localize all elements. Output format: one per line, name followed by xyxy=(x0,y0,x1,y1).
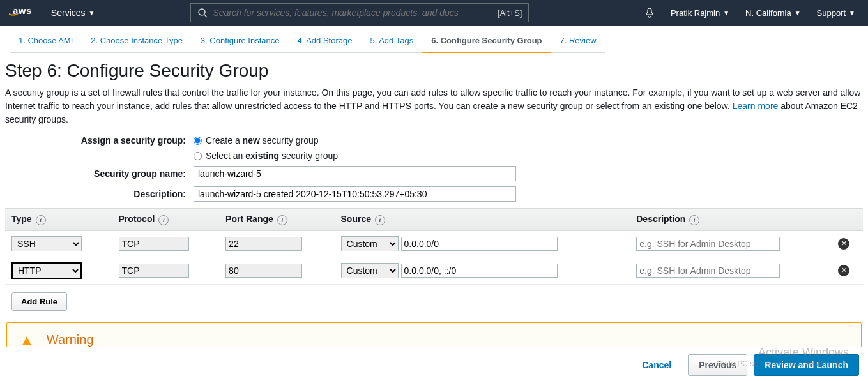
table-row: SSH Custom ✕ xyxy=(5,230,863,257)
review-and-launch-button[interactable]: Review and Launch xyxy=(754,354,859,376)
sg-desc-row: Description: xyxy=(5,186,863,202)
rule-source-mode-select[interactable]: Custom xyxy=(341,236,399,251)
add-rule-button[interactable]: Add Rule xyxy=(11,292,67,311)
region-menu[interactable]: N. California▼ xyxy=(745,8,800,18)
rules-table: Typei Protocoli Port Rangei Sourcei Desc… xyxy=(5,208,863,285)
info-icon[interactable]: i xyxy=(158,215,169,225)
warning-title: Warning xyxy=(47,332,94,347)
remove-rule-button[interactable]: ✕ xyxy=(838,238,849,250)
assign-sg-row: Assign a security group: Create a new se… xyxy=(5,135,863,146)
sg-desc-input[interactable] xyxy=(194,186,516,202)
support-label: Support xyxy=(817,8,846,18)
th-type: Typei xyxy=(5,209,112,231)
step-tab-add-storage[interactable]: 4. Add Storage xyxy=(288,32,361,53)
rule-protocol-input xyxy=(119,264,189,278)
rule-port-input xyxy=(225,264,302,278)
step-tab-instance-type[interactable]: 2. Choose Instance Type xyxy=(82,32,192,53)
chevron-down-icon: ▼ xyxy=(89,10,95,17)
support-menu[interactable]: Support▼ xyxy=(817,8,855,18)
top-nav: aws ⌣ Services ▼ [Alt+S] Pratik Rajmin▼ … xyxy=(0,0,868,26)
rule-type-select[interactable]: SSH xyxy=(11,236,82,251)
sg-desc-label: Description: xyxy=(5,189,194,199)
radio-create-new-input[interactable] xyxy=(194,137,202,145)
search-box[interactable]: [Alt+S] xyxy=(190,3,529,22)
info-icon[interactable]: i xyxy=(277,215,287,225)
topnav-right: Pratik Rajmin▼ N. California▼ Support▼ xyxy=(644,8,855,18)
services-menu[interactable]: Services ▼ xyxy=(51,8,95,18)
step-tab-add-tags[interactable]: 5. Add Tags xyxy=(361,32,422,53)
th-port: Port Rangei xyxy=(219,209,334,231)
sg-name-label: Security group name: xyxy=(5,168,194,179)
search-icon xyxy=(197,8,208,18)
sg-name-input[interactable] xyxy=(194,166,516,181)
info-icon[interactable]: i xyxy=(375,215,385,225)
rule-source-cidr-input[interactable] xyxy=(401,264,558,278)
learn-more-link[interactable]: Learn more xyxy=(733,101,779,111)
notifications-icon[interactable] xyxy=(644,8,655,18)
aws-logo[interactable]: aws ⌣ xyxy=(13,8,32,17)
rule-protocol-input xyxy=(119,237,189,251)
sg-name-row: Security group name: xyxy=(5,166,863,181)
th-protocol: Protocoli xyxy=(112,209,220,231)
info-icon[interactable]: i xyxy=(36,215,46,225)
warning-box: ▲ Warning xyxy=(6,322,862,347)
search-shortcut-hint: [Alt+S] xyxy=(498,8,522,18)
services-label: Services xyxy=(51,8,86,18)
account-menu[interactable]: Pratik Rajmin▼ xyxy=(671,8,729,18)
th-source: Sourcei xyxy=(335,209,630,231)
chevron-down-icon: ▼ xyxy=(849,10,855,17)
remove-rule-button[interactable]: ✕ xyxy=(838,265,849,276)
search-input[interactable] xyxy=(213,8,497,18)
assign-sg-label: Assign a security group: xyxy=(5,135,194,146)
rule-type-select[interactable]: HTTP xyxy=(11,262,82,279)
wizard-steps-nav: 1. Choose AMI 2. Choose Instance Type 3.… xyxy=(0,26,868,53)
info-icon[interactable]: i xyxy=(689,215,699,225)
previous-button[interactable]: Previous xyxy=(688,354,747,376)
assign-sg-row2: Select an existing security group xyxy=(5,151,863,161)
th-actions xyxy=(832,209,863,231)
rule-source-cidr-input[interactable] xyxy=(401,237,558,251)
rule-desc-input[interactable] xyxy=(636,237,780,251)
svg-line-1 xyxy=(204,15,207,17)
th-desc: Descriptioni xyxy=(630,209,832,231)
main-content: Step 6: Configure Security Group A secur… xyxy=(0,53,868,347)
warning-icon: ▲ xyxy=(20,332,34,347)
svg-point-0 xyxy=(199,9,205,15)
rule-source-mode-select[interactable]: Custom xyxy=(341,263,399,278)
radio-select-existing[interactable]: Select an existing security group xyxy=(194,151,338,161)
radio-select-label: Select an existing security group xyxy=(206,151,338,161)
step-tab-review[interactable]: 7. Review xyxy=(551,32,605,53)
chevron-down-icon: ▼ xyxy=(795,10,801,17)
radio-select-existing-input[interactable] xyxy=(194,152,202,160)
radio-create-label: Create a new security group xyxy=(206,135,319,146)
page-description: A security group is a set of firewall ru… xyxy=(5,86,863,126)
step-tab-ami[interactable]: 1. Choose AMI xyxy=(10,32,82,53)
chevron-down-icon: ▼ xyxy=(723,10,729,17)
step-tab-security-group[interactable]: 6. Configure Security Group xyxy=(422,32,551,53)
step-tab-configure-instance[interactable]: 3. Configure Instance xyxy=(192,32,289,53)
footer-bar: Cancel Previous Review and Launch xyxy=(632,354,859,376)
rule-desc-input[interactable] xyxy=(636,264,780,278)
aws-smile-icon: ⌣ xyxy=(8,13,37,16)
rule-port-input xyxy=(225,237,302,251)
cancel-button[interactable]: Cancel xyxy=(632,355,681,375)
region-name: N. California xyxy=(745,8,791,18)
radio-create-new[interactable]: Create a new security group xyxy=(194,135,319,146)
table-row: HTTP Custom ✕ xyxy=(5,257,863,284)
page-title: Step 6: Configure Security Group xyxy=(5,61,863,81)
user-name: Pratik Rajmin xyxy=(671,8,720,18)
